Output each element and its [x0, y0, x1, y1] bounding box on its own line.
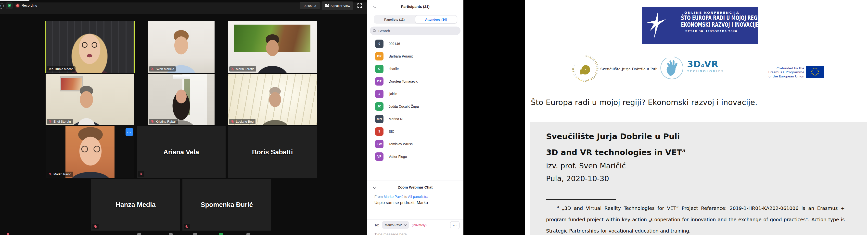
participant-name: Kristina Rabar [156, 120, 176, 123]
search-icon [373, 29, 376, 33]
video-tile[interactable]: Luciano Beg [228, 74, 317, 125]
recording-label: Recording [22, 3, 37, 7]
attendee-row[interactable]: MN Marina N. [367, 112, 463, 125]
footnote-rule [546, 199, 616, 200]
tab-attendees[interactable]: Attendees (10) [415, 15, 457, 24]
participant-name: Luciano Beg [236, 120, 253, 123]
video-tile[interactable]: Spomenka Đurić [182, 179, 271, 231]
chat-recipient-dropdown[interactable]: Marko Pavić [382, 221, 409, 229]
participant-video [228, 21, 317, 73]
attendee-row[interactable]: BP Barbara Peranic [367, 50, 463, 62]
title-presenter: izv. prof. Sven Maričić [546, 159, 685, 172]
security-shield-button[interactable] [6, 2, 13, 9]
attendee-name: Marina N. [389, 117, 404, 121]
tile-name-badge: Tea Trubić Macan [47, 67, 75, 72]
participant-name: Tea Trubić Macan [48, 67, 73, 71]
recording-dot-icon [16, 4, 19, 7]
participant-name-label: Spomenka Đurić [182, 179, 271, 231]
video-tile[interactable]: Boris Sabatti [228, 126, 317, 178]
attendee-avatar: BP [375, 52, 383, 60]
tile-name-badge: Endi Šterpin [47, 119, 73, 124]
erasmus-cofunded-label: Co-funded by the Erasmus+ Programme of t… [755, 67, 804, 78]
tile-name-badge: Marin Lerotić [229, 67, 256, 72]
video-tile[interactable]: Ariana Vela [137, 126, 225, 178]
chat-to-label: to [404, 195, 407, 199]
tile-name-badge [92, 224, 99, 229]
attendee-row[interactable]: C charlie [367, 62, 463, 75]
participant-portrait [65, 126, 115, 178]
chat-more-button[interactable]: ··· [450, 221, 460, 229]
chat-from-label: From [374, 195, 383, 199]
tile-name-badge: Luciano Beg [229, 119, 255, 124]
muted-mic-icon [231, 120, 235, 123]
chat-message-text: Uspio sam se pridruzit. Marko [374, 200, 428, 205]
eu-flag-icon [806, 66, 824, 78]
window-title-clipped: Zoom Webinar [0, 0, 29, 1]
speaker-view-button[interactable]: Speaker View [322, 1, 353, 10]
conference-banner: ONLINE KONFERENCIJA ŠTO EUROPA RADI U MO… [642, 7, 758, 44]
3dvr-tagline: TECHNOLOGIES [687, 70, 724, 73]
banner-line4: PETAK 30. LISTOPADA 2020. [668, 30, 756, 33]
join-audio-icon[interactable] [7, 233, 9, 235]
muted-mic-icon [139, 172, 143, 176]
participant-name-label: Hanza Media [91, 179, 180, 231]
security-toolbar-icon[interactable] [137, 233, 141, 235]
video-tile[interactable]: Marin Lerotić [228, 21, 317, 73]
attendee-row[interactable]: TW Tomislav Wruss [367, 138, 463, 150]
tab-panelists[interactable]: Panelists (11) [374, 15, 415, 24]
banner-line1: ONLINE KONFERENCIJA [668, 11, 756, 15]
share-screen-toolbar-icon[interactable] [219, 233, 223, 235]
participant-name: Marko Pavić [54, 172, 71, 176]
video-tile[interactable]: Hanza Media [91, 179, 180, 231]
chat-recipient-link[interactable]: All panelists: [408, 195, 428, 199]
tile-name-badge [184, 224, 190, 229]
record-toolbar-icon[interactable] [246, 233, 250, 235]
attendee-avatar: MN [375, 115, 383, 123]
attendee-name: Judita Cuculić Župa [389, 104, 419, 108]
fullscreen-button[interactable] [357, 3, 363, 8]
participants-search-input[interactable]: Search [370, 27, 461, 35]
chat-sender-link[interactable]: Marko Pavić [384, 195, 403, 199]
attendee-avatar: J [375, 90, 383, 98]
muted-mic-icon [185, 225, 189, 228]
video-tile[interactable]: Kristina Rabar [148, 74, 215, 125]
attendee-name: Barbara Peranic [389, 54, 413, 58]
side-panel: Participants (21) Panelists (11) Attende… [367, 0, 463, 235]
tile-more-button[interactable]: ··· [126, 128, 133, 136]
muted-mic-icon [48, 172, 52, 176]
attendee-avatar: C [375, 64, 383, 73]
video-tile[interactable]: Tea Trubić Macan [45, 21, 134, 73]
chat-toolbar-icon[interactable] [193, 233, 197, 235]
attendee-name: jjaklin [389, 92, 397, 96]
chat-composer: To: Marko Pavić (Privately) ··· [367, 221, 463, 231]
3dvr-3d-text: 3D [687, 59, 701, 69]
participant-name-label: Ariana Vela [137, 126, 225, 178]
attendee-row[interactable]: S SIC [367, 125, 463, 138]
attendee-row[interactable]: 0 009146 [367, 37, 463, 50]
attendee-row[interactable]: VF Valter Flego [367, 150, 463, 163]
shared-slide: ONLINE KONFERENCIJA ŠTO EUROPA RADI U MO… [525, 0, 868, 235]
chat-privacy-label: (Privately) [412, 223, 427, 227]
participants-tabs: Panelists (11) Attendees (10) [374, 15, 457, 24]
shield-icon [7, 3, 11, 8]
video-tile[interactable]: Endi Šterpin [45, 74, 134, 125]
attendee-row[interactable]: DT Dorotea Tomašević [367, 75, 463, 87]
video-tile[interactable]: Sven Maričić [148, 21, 215, 73]
tile-name-badge: Sven Maričić [149, 67, 176, 72]
participant-video [45, 74, 134, 125]
attendee-row[interactable]: JC Judita Cuculić Župa [367, 100, 463, 112]
attendee-row[interactable]: J jjaklin [367, 87, 463, 100]
chevron-down-icon [404, 223, 406, 226]
slide-title-block: Sveučilište Jurja Dobrile u Puli 3D and … [530, 122, 867, 235]
muted-mic-icon [231, 67, 235, 71]
attendee-avatar: VF [375, 152, 383, 161]
video-tile[interactable]: Marko Pavić ··· [45, 126, 134, 178]
attendee-avatar: JC [375, 102, 383, 111]
chat-input-placeholder[interactable]: Type message here... [374, 232, 410, 235]
muted-mic-icon [48, 120, 52, 123]
participants-toolbar-icon[interactable] [169, 233, 173, 235]
participant-name-label: Boris Sabatti [228, 126, 317, 178]
attendee-name: 009146 [389, 42, 400, 46]
participant-name: Endi Šterpin [54, 120, 71, 123]
tile-name-badge [138, 171, 144, 177]
